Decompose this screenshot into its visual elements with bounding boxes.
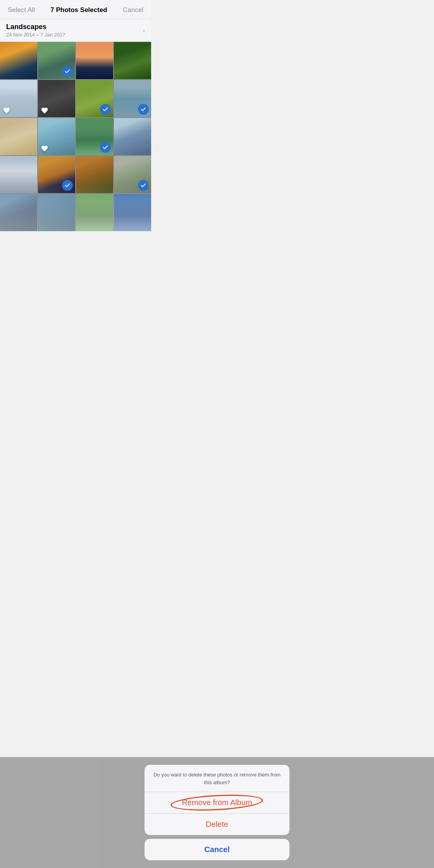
selected-check-icon (62, 180, 73, 191)
select-all-button[interactable]: Select All (8, 6, 35, 14)
photo-cell[interactable] (114, 156, 151, 193)
photo-cell[interactable] (76, 42, 113, 79)
photo-cell[interactable] (38, 80, 75, 117)
cancel-header-button[interactable]: Cancel (123, 6, 143, 14)
photo-cell[interactable] (38, 118, 75, 155)
selected-check-icon (100, 142, 111, 153)
album-info-row[interactable]: Landscapes 24 Nov 2014 – 7 Jan 2017 › (0, 19, 151, 42)
photo-cell[interactable] (114, 118, 151, 155)
heart-icon (2, 106, 11, 115)
photo-cell[interactable] (0, 80, 37, 117)
photo-cell[interactable] (38, 42, 75, 79)
photo-cell[interactable] (0, 118, 37, 155)
heart-icon (40, 144, 49, 153)
photo-cell[interactable] (38, 156, 75, 193)
photo-cell[interactable] (0, 194, 37, 231)
album-chevron-icon: › (143, 26, 145, 35)
photo-cell[interactable] (114, 80, 151, 117)
selected-check-icon (138, 180, 149, 191)
selection-count-title: 7 Photos Selected (50, 6, 107, 14)
photo-cell[interactable] (76, 118, 113, 155)
heart-icon (40, 106, 49, 115)
photo-cell[interactable] (0, 156, 37, 193)
header: Select All 7 Photos Selected Cancel (0, 0, 151, 19)
photo-cell[interactable] (38, 194, 75, 231)
photo-cell[interactable] (114, 42, 151, 79)
album-name: Landscapes (6, 23, 65, 31)
photo-grid-container (0, 42, 151, 231)
photo-cell[interactable] (0, 42, 37, 79)
photo-cell[interactable] (76, 194, 113, 231)
photo-grid (0, 42, 151, 231)
photo-cell[interactable] (76, 156, 113, 193)
album-date-range: 24 Nov 2014 – 7 Jan 2017 (6, 32, 65, 38)
photo-cell[interactable] (114, 194, 151, 231)
selected-check-icon (138, 104, 149, 115)
selected-check-icon (100, 104, 111, 115)
photo-cell[interactable] (76, 80, 113, 117)
selected-check-icon (62, 66, 73, 77)
